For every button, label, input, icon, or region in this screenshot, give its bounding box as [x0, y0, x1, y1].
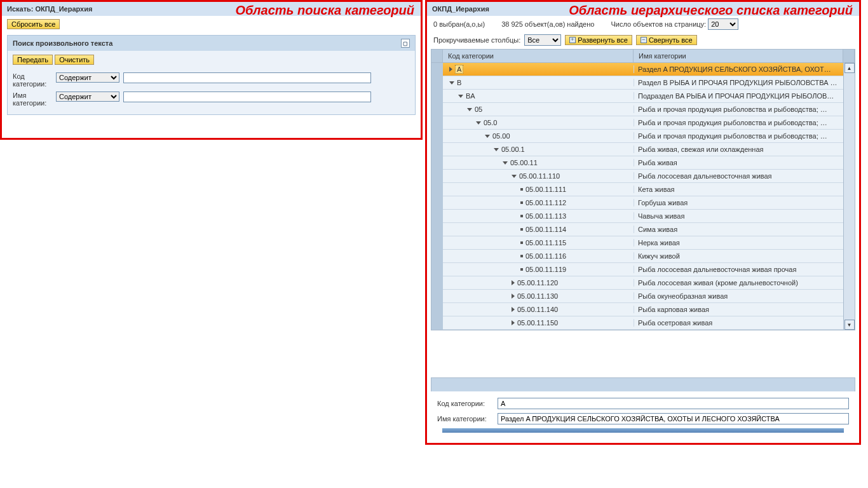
scroll-up-icon[interactable]: ▲	[844, 63, 855, 73]
tree-row[interactable]: 05.00.11.114Сима живая	[443, 223, 843, 236]
tree-row[interactable]: 05.00.11.113Чавыча живая	[443, 210, 843, 223]
row-code: 05.00.11.110	[519, 172, 560, 180]
row-name: Кижуч живой	[634, 252, 843, 260]
row-code: 05.00.11.120	[517, 279, 558, 287]
splitter[interactable]	[431, 377, 855, 391]
tree-row[interactable]: 05.00Рыба и прочая продукция рыболовства…	[443, 130, 843, 143]
name-op-select[interactable]: Содержит	[56, 92, 119, 102]
row-code: 05.00.11.115	[526, 239, 566, 247]
tree-row[interactable]: AРаздел A ПРОДУКЦИЯ СЕЛЬСКОГО ХОЗЯЙСТВА,…	[443, 63, 843, 76]
code-op-select[interactable]: Содержит	[56, 72, 119, 83]
tree-row[interactable]: 05.00.11.116Кижуч живой	[443, 250, 843, 263]
hierarchy-pane-title: ОКПД_Иерархия	[432, 5, 489, 13]
collapse-icon[interactable]	[512, 175, 517, 178]
collapse-icon[interactable]	[494, 148, 499, 151]
clear-button[interactable]: Очистить	[55, 55, 94, 65]
leaf-icon	[520, 255, 523, 257]
tree-row[interactable]: 05.00.11.115Нерка живая	[443, 236, 843, 250]
collapse-all-button[interactable]: Свернуть все	[636, 35, 697, 45]
col-code-header[interactable]: Код категории	[443, 50, 634, 62]
search-pane-title: Искать: ОКПД_Иерархия	[7, 5, 92, 13]
row-name: Рыба лососевая дальневосточная живая про…	[634, 266, 843, 273]
tree-row[interactable]: 05.00.11.119Рыба лососевая дальневосточн…	[443, 263, 843, 276]
hierarchy-pane: ОКПД_Иерархия Область иерархического спи…	[425, 0, 861, 445]
collapse-icon[interactable]	[458, 95, 463, 98]
tree-row[interactable]: 05Рыба и прочая продукция рыболовства и …	[443, 103, 843, 116]
row-name: Нерка живая	[634, 239, 843, 247]
tree-row[interactable]: BРаздел B РЫБА И ПРОЧАЯ ПРОДУКЦИЯ РЫБОЛО…	[443, 76, 843, 90]
row-name: Рыба и прочая продукция рыболовства и ры…	[634, 132, 843, 140]
row-name: Рыба лососевая дальневосточная живая	[634, 172, 843, 180]
tree-row[interactable]: BAПодраздел BA РЫБА И ПРОЧАЯ ПРОДУКЦИЯ Р…	[443, 90, 843, 103]
expand-icon[interactable]	[512, 320, 515, 325]
row-name: Кета живая	[634, 186, 843, 193]
tree-row[interactable]: 05.0Рыба и прочая продукция рыболовства …	[443, 116, 843, 130]
row-name: Рыба и прочая продукция рыболовства и ры…	[634, 119, 843, 126]
code-input[interactable]	[123, 72, 371, 83]
tree-row[interactable]: 05.00.11.130Рыба окунеобразная живая	[443, 290, 843, 303]
col-name-header[interactable]: Имя категории	[634, 50, 843, 62]
row-name: Рыба лососевая живая (кроме дальневосточ…	[634, 279, 843, 287]
row-name: Раздел B РЫБА И ПРОЧАЯ ПРОДУКЦИЯ РЫБОЛОВ…	[634, 79, 843, 86]
row-code: 05.00.11.111	[526, 186, 566, 193]
overlay-label-search: Область поиска категорий	[235, 3, 414, 18]
row-handle-col	[431, 63, 443, 330]
detail-code-input[interactable]	[498, 398, 849, 409]
row-code: 05.00.11.130	[517, 292, 558, 300]
row-code: 05.0	[484, 119, 497, 126]
row-code: 05.00.11.112	[526, 199, 566, 207]
collapse-icon[interactable]	[467, 108, 472, 111]
row-name: Рыба и прочая продукция рыболовства и ры…	[634, 105, 843, 113]
row-name: Рыба живая	[634, 159, 843, 166]
collapse-icon[interactable]	[503, 161, 508, 165]
tree-table: Код категории Имя категории AРаздел A ПР…	[431, 49, 855, 330]
vertical-scrollbar[interactable]: ▲ ▼	[843, 63, 855, 330]
tree-row[interactable]: 05.00.11.110Рыба лососевая дальневосточн…	[443, 170, 843, 183]
selected-count: 0 выбран(а,о,ы)	[433, 20, 485, 28]
collapse-icon[interactable]: ▢	[401, 39, 410, 48]
row-code: 05.00.11.114	[526, 226, 566, 233]
progress-bar	[442, 428, 844, 433]
tree-row[interactable]: 05.00.1Рыба живая, свежая или охлажденна…	[443, 143, 843, 156]
tree-row[interactable]: 05.00.11.120Рыба лососевая живая (кроме …	[443, 276, 843, 290]
row-code: BA	[466, 92, 475, 100]
tree-row[interactable]: 05.00.11.111Кета живая	[443, 183, 843, 196]
expand-icon[interactable]	[512, 307, 515, 312]
expand-icon[interactable]	[449, 67, 452, 72]
hierarchy-pane-header: ОКПД_Иерархия Область иерархического спи…	[427, 2, 859, 16]
collapse-icon[interactable]	[485, 135, 490, 138]
row-name: Подраздел BA РЫБА И ПРОЧАЯ ПРОДУКЦИЯ РЫБ…	[634, 92, 843, 100]
collapse-icon[interactable]	[476, 121, 481, 125]
expand-icon[interactable]	[512, 294, 515, 299]
detail-code-label: Код категории:	[437, 400, 498, 407]
stats-row: 0 выбран(а,о,ы) 38 925 объект(а,ов) найд…	[427, 16, 859, 32]
row-code: 05.00.11.113	[526, 212, 566, 220]
leaf-icon	[520, 241, 523, 244]
freetext-search-group: Поиск произвольного текста ▢ Передать Оч…	[7, 35, 416, 115]
tree-row[interactable]: 05.00.11.140Рыба карповая живая	[443, 303, 843, 316]
row-name: Чавыча живая	[634, 212, 843, 220]
expand-icon[interactable]	[512, 280, 515, 285]
row-code: 05.00.1	[501, 146, 525, 153]
leaf-icon	[520, 201, 523, 204]
name-input[interactable]	[123, 92, 371, 102]
expand-all-button[interactable]: Развернуть все	[565, 35, 632, 45]
leaf-icon	[520, 268, 523, 271]
reset-all-button[interactable]: Сбросить все	[7, 19, 60, 29]
collapse-icon	[641, 37, 647, 43]
per-page-select[interactable]: 20	[708, 18, 738, 30]
row-code: 05.00	[492, 132, 510, 140]
name-label: Имя категории:	[13, 92, 46, 107]
scroll-cols-select[interactable]: Все	[524, 34, 561, 46]
row-name: Рыба карповая живая	[634, 306, 843, 313]
collapse-icon[interactable]	[449, 81, 454, 85]
row-code: 05.00.11.116	[526, 252, 566, 260]
row-name: Сима живая	[634, 226, 843, 233]
submit-button[interactable]: Передать	[13, 55, 53, 65]
tree-row[interactable]: 05.00.11Рыба живая	[443, 156, 843, 170]
tree-row[interactable]: 05.00.11.150Рыба осетровая живая	[443, 316, 843, 330]
scroll-down-icon[interactable]: ▼	[844, 320, 855, 330]
found-count: 38 925 объект(а,ов) найдено	[501, 20, 594, 28]
detail-name-input[interactable]	[498, 413, 849, 424]
tree-row[interactable]: 05.00.11.112Горбуша живая	[443, 196, 843, 210]
